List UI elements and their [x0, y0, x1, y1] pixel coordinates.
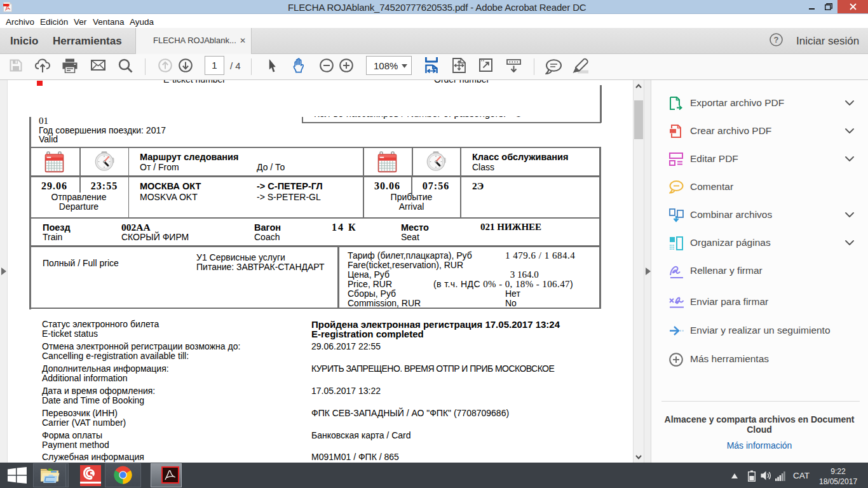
svg-text:?: ?	[774, 35, 779, 44]
